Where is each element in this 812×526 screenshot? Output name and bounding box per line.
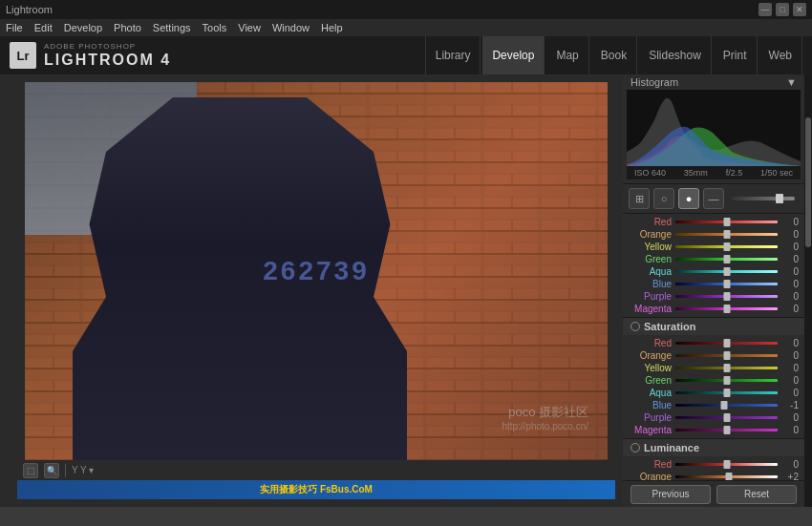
sat-green-label: Green bbox=[629, 375, 672, 386]
close-button[interactable]: ✕ bbox=[793, 3, 806, 16]
sat-green-track[interactable] bbox=[675, 379, 778, 382]
sat-orange-track[interactable] bbox=[675, 354, 778, 357]
lum-orange-row: Orange +2 bbox=[623, 471, 804, 480]
hue-aqua-track[interactable] bbox=[675, 270, 778, 273]
tab-slideshow[interactable]: Slideshow bbox=[639, 36, 712, 74]
panels-section: Red 0 Orange 0 Yellow 0 bbox=[623, 214, 804, 480]
tab-develop[interactable]: Develop bbox=[482, 36, 545, 74]
histogram-collapse[interactable]: ▼ bbox=[786, 76, 797, 88]
sat-aqua-row: Aqua 0 bbox=[623, 387, 804, 399]
poco-url: http://photo.poco.cn/ bbox=[502, 421, 588, 431]
hue-red-track[interactable] bbox=[675, 221, 778, 223]
sat-red-track[interactable] bbox=[675, 342, 778, 345]
hue-magenta-label: Magenta bbox=[629, 304, 672, 314]
menu-view[interactable]: View bbox=[238, 22, 261, 33]
sat-blue-track[interactable] bbox=[675, 404, 778, 407]
sat-magenta-track[interactable] bbox=[675, 429, 778, 431]
luminance-header[interactable]: Luminance bbox=[623, 439, 804, 456]
toolbar-separator bbox=[65, 464, 66, 477]
menu-help[interactable]: Help bbox=[321, 22, 343, 33]
menu-bar: File Edit Develop Photo Settings Tools V… bbox=[0, 19, 812, 36]
grid-tool[interactable]: ⊞ bbox=[629, 188, 650, 209]
saturation-title: Saturation bbox=[644, 321, 695, 332]
banner-text: 实用摄影技巧 FsBus.CoM bbox=[260, 483, 373, 496]
dot-tool[interactable]: ● bbox=[678, 188, 699, 209]
sat-yellow-row: Yellow 0 bbox=[623, 362, 804, 374]
photo-frame: 262739 poco 摄影社区 http://photo.poco.cn/ bbox=[25, 82, 608, 460]
nav-tabs: Library Develop Map Book Slideshow Print… bbox=[425, 36, 802, 74]
sat-red-value: 0 bbox=[781, 338, 799, 348]
tool-slider[interactable] bbox=[732, 197, 795, 200]
logo-text: ADOBE PHOTOSHOP LIGHTROOM 4 bbox=[44, 43, 171, 68]
tab-library[interactable]: Library bbox=[425, 36, 481, 74]
app-title: LIGHTROOM 4 bbox=[44, 52, 171, 69]
hue-green-track[interactable] bbox=[675, 258, 778, 261]
hue-orange-track[interactable] bbox=[675, 233, 778, 236]
hue-red-row: Red 0 bbox=[623, 216, 804, 228]
lum-red-track[interactable] bbox=[675, 463, 778, 466]
iso-value: ISO 640 bbox=[634, 168, 666, 178]
poco-brand: poco 摄影社区 bbox=[502, 404, 588, 421]
saturation-header[interactable]: Saturation bbox=[623, 318, 804, 335]
hue-magenta-value: 0 bbox=[781, 304, 799, 314]
hue-blue-track[interactable] bbox=[675, 283, 778, 285]
hue-yellow-value: 0 bbox=[781, 242, 799, 252]
menu-window[interactable]: Window bbox=[272, 22, 310, 33]
previous-button[interactable]: Previous bbox=[630, 485, 711, 504]
window-controls: — □ ✕ bbox=[759, 3, 806, 16]
menu-file[interactable]: File bbox=[6, 22, 23, 33]
tab-book[interactable]: Book bbox=[591, 36, 637, 74]
main-content: 262739 poco 摄影社区 http://photo.poco.cn/ ⬚… bbox=[0, 74, 812, 507]
tab-web[interactable]: Web bbox=[759, 36, 802, 74]
sat-blue-label: Blue bbox=[629, 400, 672, 410]
saturation-section: Saturation Red 0 Orange 0 Yell bbox=[623, 318, 804, 439]
menu-photo[interactable]: Photo bbox=[114, 22, 141, 33]
bottom-buttons: Previous Reset bbox=[623, 480, 804, 507]
saturation-rows: Red 0 Orange 0 Yellow 0 bbox=[623, 335, 804, 438]
hue-purple-row: Purple 0 bbox=[623, 290, 804, 303]
zoom-button[interactable]: 🔍 bbox=[44, 463, 59, 478]
sat-purple-track[interactable] bbox=[675, 416, 778, 419]
lum-orange-track[interactable] bbox=[675, 475, 778, 478]
tab-print[interactable]: Print bbox=[714, 36, 758, 74]
lum-orange-value: +2 bbox=[781, 472, 799, 480]
lum-orange-label: Orange bbox=[629, 472, 672, 480]
circle-tool[interactable]: ○ bbox=[653, 188, 674, 209]
histogram-header: Histogram ▼ bbox=[623, 74, 804, 90]
sat-blue-row: Blue -1 bbox=[623, 399, 804, 411]
bar-tool[interactable]: — bbox=[703, 188, 724, 209]
menu-tools[interactable]: Tools bbox=[203, 22, 227, 33]
luminance-section: Luminance Red 0 Orange +2 Yell bbox=[623, 439, 804, 480]
lum-red-row: Red 0 bbox=[623, 458, 804, 471]
tab-map[interactable]: Map bbox=[546, 36, 588, 74]
zoom-level: Y Y ▾ bbox=[72, 465, 94, 475]
crop-button[interactable]: ⬚ bbox=[23, 463, 38, 478]
sat-orange-row: Orange 0 bbox=[623, 349, 804, 362]
reset-button[interactable]: Reset bbox=[716, 485, 797, 504]
hue-yellow-label: Yellow bbox=[629, 242, 672, 252]
hue-purple-track[interactable] bbox=[675, 295, 778, 298]
maximize-button[interactable]: □ bbox=[776, 3, 789, 16]
hue-orange-label: Orange bbox=[629, 229, 672, 240]
hue-orange-value: 0 bbox=[781, 229, 799, 240]
right-panel: Histogram ▼ ISO 640 35mm f/2.5 1/5 bbox=[623, 74, 804, 507]
hue-yellow-row: Yellow 0 bbox=[623, 241, 804, 253]
sat-aqua-track[interactable] bbox=[675, 391, 778, 394]
poco-watermark: poco 摄影社区 http://photo.poco.cn/ bbox=[502, 404, 588, 431]
hue-magenta-track[interactable] bbox=[675, 307, 778, 310]
sat-yellow-track[interactable] bbox=[675, 367, 778, 369]
right-scrollbar[interactable] bbox=[804, 74, 812, 507]
histogram-chart bbox=[627, 90, 801, 166]
photo-background: 262739 poco 摄影社区 http://photo.poco.cn/ bbox=[25, 82, 608, 460]
minimize-button[interactable]: — bbox=[759, 3, 772, 16]
menu-settings[interactable]: Settings bbox=[153, 22, 191, 33]
menu-develop[interactable]: Develop bbox=[64, 22, 102, 33]
lum-red-label: Red bbox=[629, 459, 672, 470]
menu-edit[interactable]: Edit bbox=[34, 22, 53, 33]
shutter-speed: 1/50 sec bbox=[760, 168, 793, 178]
scroll-thumb[interactable] bbox=[805, 117, 811, 247]
photo-toolbar: ⬚ 🔍 Y Y ▾ bbox=[17, 460, 615, 481]
hue-yellow-track[interactable] bbox=[675, 245, 778, 248]
hue-green-label: Green bbox=[629, 254, 672, 264]
hue-aqua-row: Aqua 0 bbox=[623, 265, 804, 278]
